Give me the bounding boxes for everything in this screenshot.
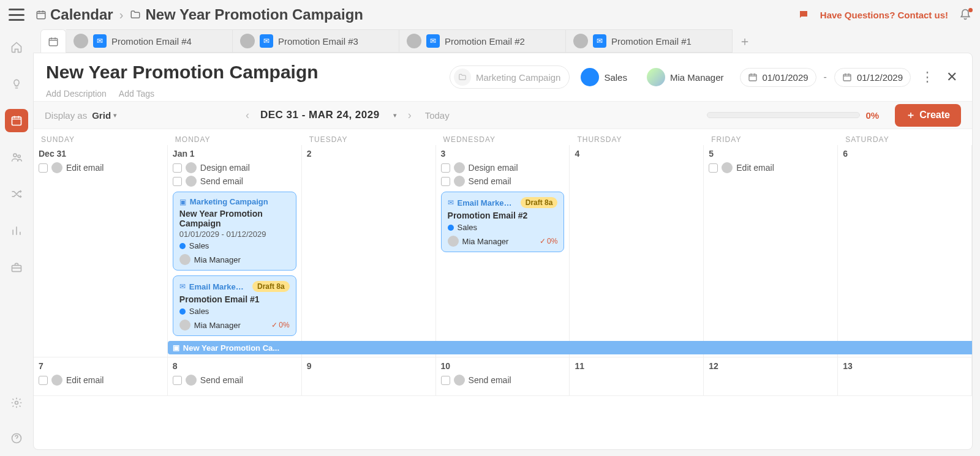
avatar-icon [407,34,421,48]
mail-icon: ✉ [179,282,186,291]
brand-pill[interactable]: Sales [577,65,636,89]
display-as-value[interactable]: Grid [92,110,111,121]
date-number: 12 [709,361,832,371]
band-label: New Year Promotion Ca... [183,343,279,353]
tab-item-3[interactable]: ✉ Promotion Email #1 [566,29,733,53]
create-button[interactable]: ＋ Create [895,104,961,127]
nav-settings-icon[interactable] [5,391,28,414]
task-item[interactable]: Edit email [39,375,162,386]
svg-rect-7 [49,38,58,45]
nav-home-icon[interactable] [5,36,28,59]
task-item[interactable]: Edit email [39,162,162,173]
multi-day-band[interactable] [302,341,436,354]
folder-icon [129,9,141,20]
parent-folder-pill[interactable]: Marketing Campaign [450,65,570,89]
checkbox[interactable] [39,163,48,173]
event-card-campaign[interactable]: ▣Marketing Campaign New Year Promotion C… [173,192,296,271]
multi-day-band[interactable]: ▣ New Year Promotion Ca... [168,341,302,354]
task-item[interactable]: Send email [173,375,296,386]
date-cell[interactable]: 8 Send email [168,357,302,396]
add-description-link[interactable]: Add Description [46,89,107,99]
nav-ideas-icon[interactable] [5,72,28,95]
multi-day-band[interactable] [838,341,972,354]
date-cell[interactable]: 13 [838,357,972,396]
date-cell[interactable]: 10 Send email [436,357,570,396]
multi-day-band[interactable] [570,341,704,354]
date-cell[interactable]: 5 Edit email [704,145,838,357]
dayhead-sun: SUNDAY [34,129,168,145]
task-item[interactable]: Design email [441,162,565,173]
checkbox[interactable] [441,376,450,385]
date-cell[interactable]: Jan 1 Design email Send email ▣Marketing… [168,145,302,357]
task-label: Send email [200,375,243,385]
plus-icon: ＋ [906,109,916,122]
more-menu-icon[interactable]: ⋮ [918,69,937,85]
tab-calendar-icon[interactable] [40,29,66,53]
calendar-grid[interactable]: SUNDAY MONDAY TUESDAY WEDNESDAY THURSDAY… [34,129,972,449]
tab-label: Promotion Email #1 [611,36,692,47]
chevron-down-icon[interactable]: ▾ [113,111,117,119]
task-item[interactable]: Design email [173,162,296,173]
multi-day-band[interactable] [704,341,838,354]
event-card-email-1[interactable]: ✉Email Marketi...Draft 8a Promotion Emai… [173,275,296,336]
date-cell[interactable]: 3 Design email Send email ✉Email Marketi… [436,145,570,357]
owner-pill[interactable]: Mia Manager [643,65,733,89]
contact-us-link[interactable]: Have Questions? Contact us! [820,10,948,20]
folder-icon [454,69,471,86]
nav-shuffle-icon[interactable] [5,182,28,206]
date-cell[interactable]: 7 Edit email [34,357,168,396]
range-prev-icon[interactable]: ‹ [246,109,249,122]
tab-item-0[interactable]: ✉ Promotion Email #4 [66,29,233,53]
tab-item-1[interactable]: ✉ Promotion Email #3 [233,29,399,53]
task-item[interactable]: Send email [441,375,565,386]
date-cell[interactable]: 6 [838,145,972,357]
date-cell[interactable]: Dec 31 Edit email [34,145,168,357]
svg-point-2 [13,154,17,157]
range-next-icon[interactable]: › [408,109,412,122]
start-date-pill[interactable]: 01/01/2029 [740,68,816,87]
task-item[interactable]: Edit email [709,162,832,173]
task-item[interactable]: Send email [441,176,565,187]
nav-calendar-icon[interactable] [5,109,28,132]
event-progress: ✓0% [271,321,289,329]
checkbox[interactable] [39,376,48,385]
checkbox[interactable] [441,163,450,173]
mail-icon: ✉ [426,34,440,48]
date-number: 10 [441,361,565,371]
task-item[interactable]: Send email [173,176,296,187]
multi-day-band[interactable] [436,341,570,354]
date-cell[interactable]: 2 [302,145,436,357]
end-date-pill[interactable]: 01/12/2029 [834,68,911,87]
close-icon[interactable]: ✕ [944,69,960,85]
date-cell[interactable]: 4 [570,145,704,357]
tab-item-2[interactable]: ✉ Promotion Email #2 [399,29,566,53]
date-cell[interactable]: 11 [570,357,704,396]
campaign-card: New Year Promotion Campaign Add Descript… [33,53,973,450]
checkbox[interactable] [441,177,450,186]
tab-add-button[interactable]: ＋ [733,29,757,53]
date-range-label[interactable]: DEC 31 - MAR 24, 2029 [260,109,380,121]
checkbox[interactable] [173,376,182,385]
today-button[interactable]: Today [425,110,450,121]
mail-icon: ✉ [448,198,454,207]
chevron-down-icon[interactable]: ▾ [393,111,397,119]
notifications-bell[interactable] [959,9,971,21]
date-cell[interactable]: 12 [704,357,838,396]
avatar-icon [454,176,465,187]
breadcrumb-current[interactable]: New Year Promotion Campaign [145,6,363,23]
nav-analytics-icon[interactable] [5,219,28,242]
checkbox[interactable] [173,163,182,173]
date-cell[interactable]: 9 [302,357,436,396]
nav-briefcase-icon[interactable] [5,256,28,279]
checkbox[interactable] [709,163,718,173]
nav-team-icon[interactable] [5,146,28,169]
nav-help-icon[interactable] [5,427,28,450]
date-number: 3 [441,149,565,159]
event-dates: 01/01/2029 - 01/12/2029 [179,230,290,239]
breadcrumb-root[interactable]: Calendar [50,6,113,23]
event-card-email-2[interactable]: ✉Email Marketi...Draft 8a Promotion Emai… [441,192,565,252]
tab-label: Promotion Email #4 [111,36,192,47]
checkbox[interactable] [173,177,182,186]
add-tags-link[interactable]: Add Tags [119,89,154,99]
hamburger-menu[interactable] [9,9,24,21]
